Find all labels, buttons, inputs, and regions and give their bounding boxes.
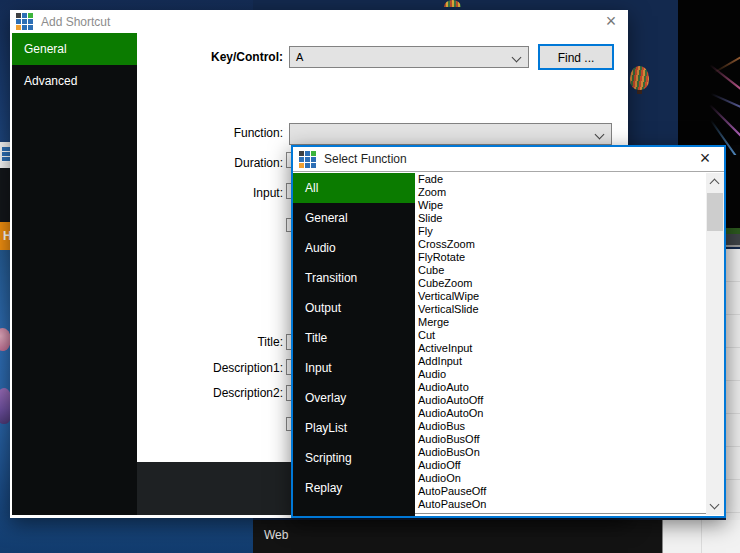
select-function-window: Select Function × AllGeneralAudioTransit… — [291, 145, 726, 518]
function-audioautoon[interactable]: AudioAutoOn — [415, 407, 706, 420]
category-all[interactable]: All — [293, 173, 415, 203]
category-overlay[interactable]: Overlay — [293, 383, 415, 413]
function-verticalslide[interactable]: VerticalSlide — [415, 303, 706, 316]
chevron-down-icon — [512, 53, 522, 63]
function-audioautooff[interactable]: AudioAutoOff — [415, 394, 706, 407]
function-cut[interactable]: Cut — [415, 329, 706, 342]
key-control-label: Key/Control: — [211, 50, 283, 64]
background-window-strip-right — [726, 145, 740, 230]
function-crosszoom[interactable]: CrossZoom — [415, 238, 706, 251]
web-tab[interactable]: Web — [264, 528, 288, 542]
function-fade[interactable]: Fade — [415, 173, 706, 186]
background-list-rows — [726, 249, 740, 520]
scrollbar-thumb[interactable] — [707, 193, 723, 231]
description1-label: Description1: — [213, 361, 283, 375]
scroll-down-icon[interactable] — [710, 500, 720, 510]
function-audiobuson[interactable]: AudioBusOn — [415, 446, 706, 459]
function-addinput[interactable]: AddInput — [415, 355, 706, 368]
sidebar-item-advanced[interactable]: Advanced — [12, 65, 137, 97]
background-table-corner — [662, 520, 740, 553]
function-list: FadeZoomWipeSlideFlyCrossZoomFlyRotateCu… — [415, 173, 706, 514]
add-shortcut-sidebar: GeneralAdvanced — [12, 33, 137, 515]
function-activeinput[interactable]: ActiveInput — [415, 342, 706, 355]
function-audiooff[interactable]: AudioOff — [415, 459, 706, 472]
category-output[interactable]: Output — [293, 293, 415, 323]
function-autopauseon[interactable]: AutoPauseOn — [415, 498, 706, 511]
wallpaper-balloon-icon — [630, 66, 649, 90]
category-transition[interactable]: Transition — [293, 263, 415, 293]
function-fly[interactable]: Fly — [415, 225, 706, 238]
close-icon[interactable]: × — [598, 11, 624, 32]
key-control-dropdown[interactable]: A — [289, 46, 529, 68]
add-shortcut-titlebar[interactable]: Add Shortcut × — [10, 10, 628, 33]
sidebar-item-general[interactable]: General — [12, 33, 137, 65]
window-title: Add Shortcut — [41, 15, 110, 29]
find-button[interactable]: Find ... — [538, 44, 614, 70]
web-tab-bar: Web — [253, 520, 662, 553]
category-playlist[interactable]: PlayList — [293, 413, 415, 443]
input-label: Input: — [253, 186, 283, 200]
vmix-logo-icon — [299, 151, 316, 168]
description2-label: Description2: — [213, 386, 283, 400]
chevron-down-icon — [595, 130, 605, 140]
close-icon[interactable]: × — [692, 148, 718, 169]
function-slide[interactable]: Slide — [415, 212, 706, 225]
function-audiobusoff[interactable]: AudioBusOff — [415, 433, 706, 446]
function-audio[interactable]: Audio — [415, 368, 706, 381]
function-zoom[interactable]: Zoom — [415, 186, 706, 199]
category-replay[interactable]: Replay — [293, 473, 415, 503]
category-title[interactable]: Title — [293, 323, 415, 353]
function-label: Function: — [234, 126, 283, 140]
category-audio[interactable]: Audio — [293, 233, 415, 263]
function-audioon[interactable]: AudioOn — [415, 472, 706, 485]
function-verticalwipe[interactable]: VerticalWipe — [415, 290, 706, 303]
function-audioauto[interactable]: AudioAuto — [415, 381, 706, 394]
category-sidebar: AllGeneralAudioTransitionOutputTitleInpu… — [293, 173, 415, 516]
key-control-value: A — [296, 51, 303, 63]
function-cubezoom[interactable]: CubeZoom — [415, 277, 706, 290]
scroll-up-icon[interactable] — [710, 179, 720, 189]
window-title: Select Function — [324, 152, 407, 166]
duration-label: Duration: — [234, 156, 283, 170]
desktop: Web H Add Shortcut × GeneralAdvanced Key… — [0, 0, 740, 553]
function-wipe[interactable]: Wipe — [415, 199, 706, 212]
category-scripting[interactable]: Scripting — [293, 443, 415, 473]
category-input[interactable]: Input — [293, 353, 415, 383]
vmix-logo-icon — [16, 13, 33, 30]
background-gray-band — [726, 234, 740, 247]
function-flyrotate[interactable]: FlyRotate — [415, 251, 706, 264]
select-function-body: AllGeneralAudioTransitionOutputTitleInpu… — [293, 173, 724, 516]
wallpaper-fireworks — [703, 40, 740, 155]
function-audiobus[interactable]: AudioBus — [415, 420, 706, 433]
title-label: Title: — [257, 335, 283, 349]
category-general[interactable]: General — [293, 203, 415, 233]
select-function-titlebar[interactable]: Select Function × — [293, 147, 724, 172]
function-merge[interactable]: Merge — [415, 316, 706, 329]
scrollbar[interactable] — [706, 173, 724, 515]
wallpaper-balloon-top-icon — [444, 0, 461, 7]
function-dropdown[interactable] — [289, 123, 612, 145]
function-autopauseoff[interactable]: AutoPauseOff — [415, 485, 706, 498]
function-cube[interactable]: Cube — [415, 264, 706, 277]
